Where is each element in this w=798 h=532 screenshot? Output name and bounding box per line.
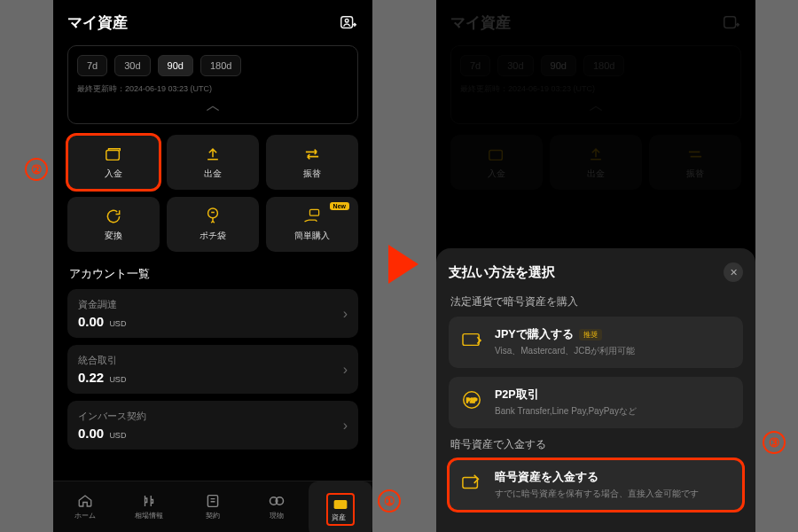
account-row-unified[interactable]: 統合取引0.22 USD › bbox=[67, 345, 358, 394]
wallet-icon bbox=[104, 145, 123, 164]
period-7d[interactable]: 7d bbox=[77, 55, 107, 76]
action-pochi[interactable]: ポチ袋 bbox=[167, 197, 259, 252]
payment-sheet: 支払い方法を選択 ✕ 法定通貨で暗号資産を購入 JPYで購入する推奨Visa、M… bbox=[436, 248, 755, 532]
chevron-right-icon: › bbox=[343, 362, 348, 378]
period-180d[interactable]: 180d bbox=[200, 55, 241, 76]
nav-market[interactable]: 相場情報 bbox=[117, 481, 181, 532]
action-label: 変換 bbox=[105, 230, 122, 242]
last-updated: 最終更新時：2024-06-19 03:23 (UTC) bbox=[77, 83, 348, 95]
svg-rect-2 bbox=[106, 150, 120, 160]
sheet-title: 支払い方法を選択 bbox=[449, 264, 555, 281]
action-deposit[interactable]: 入金 bbox=[67, 135, 160, 190]
callout-3: ③ bbox=[763, 431, 786, 454]
account-name: インバース契約 bbox=[78, 410, 146, 423]
action-label: ポチ袋 bbox=[200, 230, 226, 242]
nav-home[interactable]: ホーム bbox=[53, 481, 117, 532]
nav-contract[interactable]: 契約 bbox=[181, 481, 245, 532]
new-badge: New bbox=[330, 202, 349, 210]
accounts-title: アカウント一覧 bbox=[69, 266, 356, 282]
card-icon bbox=[459, 329, 484, 350]
account-name: 統合取引 bbox=[78, 354, 126, 367]
wallet-in-icon bbox=[459, 472, 484, 493]
account-name: 資金調達 bbox=[78, 298, 126, 311]
account-switch-icon[interactable] bbox=[339, 13, 358, 33]
svg-rect-11 bbox=[463, 334, 479, 346]
action-grid: 入金 出金 振替 変換 ポチ袋 New 簡単購入 bbox=[67, 135, 358, 252]
account-row-inverse[interactable]: インバース契約0.00 USD › bbox=[67, 401, 358, 450]
action-convert[interactable]: 変換 bbox=[67, 197, 160, 252]
svg-rect-8 bbox=[334, 500, 348, 509]
balloon-icon bbox=[203, 207, 223, 226]
nav-assets[interactable]: 資産 bbox=[309, 481, 372, 532]
phone-right: マイ資産 7d30d90d180d最終更新時：2024-06-19 03:23 … bbox=[436, 0, 755, 532]
option-jpy[interactable]: JPYで購入する推奨Visa、Mastercard、JCBが利用可能 bbox=[449, 317, 743, 368]
arrow-right-icon bbox=[388, 245, 419, 284]
option-crypto-deposit[interactable]: 暗号資産を入金するすでに暗号資産を保有する場合、直接入金可能です bbox=[449, 459, 743, 511]
section-crypto: 暗号資産で入金する bbox=[450, 437, 741, 452]
home-icon bbox=[76, 493, 94, 509]
account-value: 0.00 USD bbox=[78, 426, 146, 441]
candles-icon bbox=[140, 493, 158, 509]
account-row-funding[interactable]: 資金調達0.00 USD › bbox=[67, 289, 358, 338]
swap-icon bbox=[302, 145, 322, 164]
phone-left: マイ資産 7d 30d 90d 180d 最終更新時：2024-06-19 03… bbox=[53, 0, 372, 532]
recommended-badge: 推奨 bbox=[579, 329, 602, 340]
hand-card-icon bbox=[302, 207, 322, 226]
period-30d[interactable]: 30d bbox=[114, 55, 150, 76]
header: マイ資産 bbox=[53, 0, 372, 42]
action-label: 出金 bbox=[204, 168, 222, 180]
option-p2p[interactable]: P2P P2P取引Bank Transfer,Line Pay,PayPayなど bbox=[449, 377, 743, 428]
account-value: 0.00 USD bbox=[78, 314, 126, 329]
action-transfer[interactable]: 振替 bbox=[266, 135, 358, 190]
wallet-icon bbox=[332, 497, 349, 512]
period-card: 7d 30d 90d 180d 最終更新時：2024-06-19 03:23 (… bbox=[67, 45, 358, 124]
page-title: マイ資産 bbox=[67, 12, 128, 33]
bottom-nav: ホーム 相場情報 契約 現物 資産 bbox=[53, 481, 372, 532]
refresh-icon bbox=[104, 207, 123, 226]
chevron-right-icon: › bbox=[343, 418, 348, 434]
account-value: 0.22 USD bbox=[78, 370, 126, 385]
chevron-up-icon[interactable] bbox=[77, 100, 348, 116]
coins-icon bbox=[268, 493, 286, 509]
svg-point-1 bbox=[345, 19, 348, 22]
svg-rect-5 bbox=[207, 496, 217, 507]
chevron-right-icon: › bbox=[343, 306, 348, 322]
section-fiat: 法定通貨で暗号資産を購入 bbox=[450, 294, 741, 309]
period-pills: 7d 30d 90d 180d bbox=[77, 55, 348, 76]
action-withdraw[interactable]: 出金 bbox=[167, 135, 259, 190]
upload-icon bbox=[203, 145, 223, 164]
action-easybuy[interactable]: New 簡単購入 bbox=[266, 197, 358, 252]
action-label: 振替 bbox=[303, 168, 321, 180]
callout-2: ② bbox=[25, 158, 48, 181]
svg-point-3 bbox=[208, 208, 218, 218]
svg-rect-4 bbox=[309, 209, 318, 215]
doc-icon bbox=[204, 493, 222, 509]
svg-text:P2P: P2P bbox=[466, 397, 478, 403]
nav-spot[interactable]: 現物 bbox=[245, 481, 309, 532]
action-label: 入金 bbox=[105, 168, 122, 180]
callout-1: ① bbox=[378, 489, 401, 512]
action-label: 簡単購入 bbox=[294, 230, 330, 242]
close-icon[interactable]: ✕ bbox=[724, 262, 743, 282]
period-90d[interactable]: 90d bbox=[158, 55, 193, 76]
p2p-icon: P2P bbox=[459, 389, 484, 411]
